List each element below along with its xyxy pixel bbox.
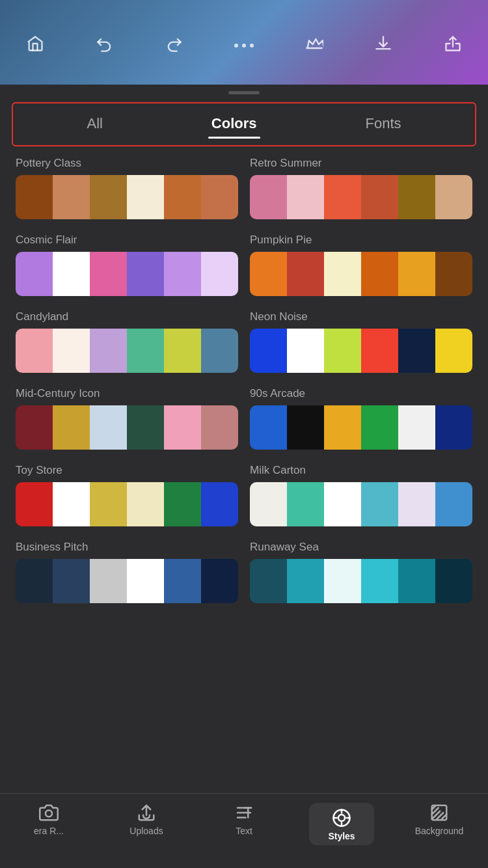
nav-item-text[interactable]: Text — [211, 803, 277, 836]
uploads-icon — [137, 803, 156, 822]
palette-swatches — [250, 252, 472, 296]
palette-name: 90s Arcade — [250, 387, 472, 400]
tab-bar: All Colors Fonts — [12, 102, 476, 146]
palettes-container: Pottery Class Retro Summer Cosmic Flair — [0, 146, 488, 628]
palette-mid-century[interactable]: Mid-Century Icon — [16, 387, 238, 450]
palette-runaway-sea[interactable]: Runaway Sea — [250, 541, 472, 603]
palette-swatches — [16, 329, 238, 373]
palette-swatches — [250, 405, 472, 450]
palette-swatches — [16, 405, 238, 450]
palette-pottery-class[interactable]: Pottery Class — [16, 157, 238, 219]
palette-retro-summer[interactable]: Retro Summer — [250, 157, 472, 219]
styles-icon — [332, 808, 351, 828]
nav-item-styles[interactable]: Styles — [309, 803, 374, 845]
home-icon[interactable] — [26, 34, 44, 57]
palette-90s-arcade[interactable]: 90s Arcade — [250, 387, 472, 450]
palette-swatches — [250, 482, 472, 526]
palette-name: Runaway Sea — [250, 541, 472, 554]
background-icon — [429, 803, 449, 822]
tab-fonts[interactable]: Fonts — [365, 115, 401, 137]
camera-icon — [39, 803, 59, 822]
nav-item-camera[interactable]: era R... — [16, 803, 81, 836]
undo-icon[interactable] — [96, 34, 114, 57]
palette-name: Candyland — [16, 310, 238, 323]
palette-swatches — [16, 175, 238, 219]
palette-swatches — [250, 559, 472, 603]
nav-label-background: Background — [415, 826, 464, 836]
more-icon[interactable] — [234, 44, 254, 47]
svg-point-0 — [46, 810, 52, 817]
palette-name: Pottery Class — [16, 157, 238, 170]
redo-icon[interactable] — [165, 34, 183, 57]
nav-label-camera: era R... — [34, 826, 64, 836]
palette-swatches — [16, 559, 238, 603]
crown-icon[interactable] — [305, 34, 323, 57]
download-icon[interactable] — [374, 34, 392, 57]
palette-business-pitch[interactable]: Business Pitch — [16, 541, 238, 603]
bottom-nav: era R... Uploads Text Styles Backg — [0, 793, 488, 868]
share-icon[interactable] — [444, 34, 462, 57]
palette-name: Toy Store — [16, 464, 238, 477]
nav-item-background[interactable]: Background — [407, 803, 472, 836]
nav-label-uploads: Uploads — [129, 826, 163, 836]
tab-all[interactable]: All — [87, 115, 102, 137]
palette-name: Pumpkin Pie — [250, 234, 472, 247]
palette-toy-store[interactable]: Toy Store — [16, 464, 238, 526]
palette-milk-carton[interactable]: Milk Carton — [250, 464, 472, 526]
tab-colors[interactable]: Colors — [211, 115, 257, 137]
palette-name: Cosmic Flair — [16, 234, 238, 247]
palette-name: Business Pitch — [16, 541, 238, 554]
nav-label-text: Text — [236, 826, 252, 836]
palette-swatches — [16, 482, 238, 526]
top-bar — [0, 0, 488, 85]
nav-item-uploads[interactable]: Uploads — [114, 803, 179, 836]
palette-neon-noise[interactable]: Neon Noise — [250, 310, 472, 373]
palette-pumpkin-pie[interactable]: Pumpkin Pie — [250, 234, 472, 296]
palette-cosmic-flair[interactable]: Cosmic Flair — [16, 234, 238, 296]
palette-name: Retro Summer — [250, 157, 472, 170]
palette-candyland[interactable]: Candyland — [16, 310, 238, 373]
palette-swatches — [250, 329, 472, 373]
palette-swatches — [16, 252, 238, 296]
palette-name: Neon Noise — [250, 310, 472, 323]
palette-swatches — [250, 175, 472, 219]
palette-name: Mid-Century Icon — [16, 387, 238, 400]
nav-label-styles: Styles — [328, 831, 355, 841]
palette-name: Milk Carton — [250, 464, 472, 477]
drag-handle[interactable] — [228, 91, 260, 94]
text-icon — [234, 803, 254, 822]
svg-point-2 — [338, 815, 345, 821]
